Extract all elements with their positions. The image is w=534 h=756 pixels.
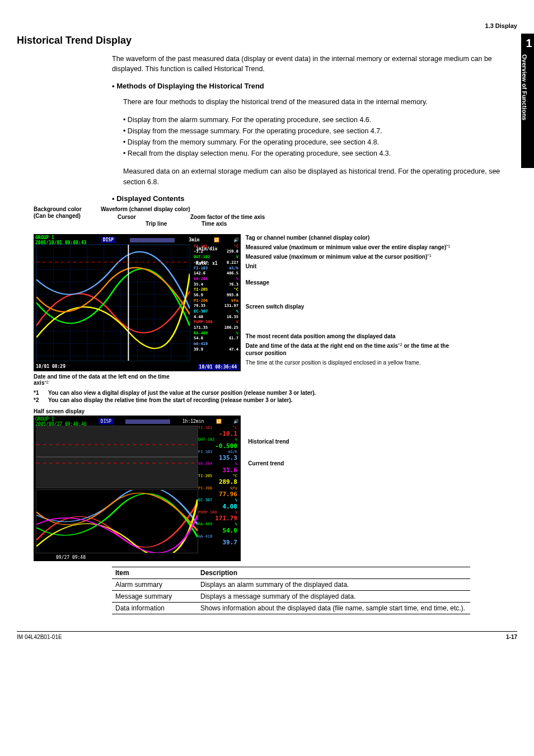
grp: GROUP 1: [35, 235, 54, 240]
progress-bar: [130, 238, 175, 242]
footnotes: *1You can also view a digital display of…: [34, 389, 517, 404]
cell: Alarm summary: [112, 578, 197, 590]
loop-icon: 🔁: [214, 237, 219, 242]
footer-right: 1-17: [506, 634, 517, 640]
list-item: Display from the message summary. For th…: [123, 125, 517, 137]
th-desc: Description: [197, 567, 470, 578]
intro-text: The waveform of the past measured data (…: [112, 54, 517, 75]
waveform-area: [36, 244, 190, 361]
list-item: Display from the alarm summary. For the …: [123, 114, 517, 125]
list-item: Recall from the display selection menu. …: [123, 148, 517, 159]
label-time-axis: Time axis: [202, 221, 227, 227]
chapter-number: 1: [521, 34, 534, 50]
info-table: Item Description Alarm summaryDisplays a…: [112, 567, 470, 614]
table-row: Alarm summaryDisplays an alarm summary o…: [112, 578, 470, 590]
diagram: Background color (Can be changed) Wavefo…: [34, 206, 517, 386]
curr-area: [36, 489, 198, 553]
methods-heading: Methods of Displaying the Historical Tre…: [112, 82, 517, 90]
cell: Shows information about the displayed da…: [197, 602, 470, 614]
co-dt-right: Date and time of the data at the right e…: [246, 342, 458, 357]
interval: 1h:12min: [182, 419, 204, 424]
page-footer: IM 04L42B01-01E 1-17: [17, 631, 517, 640]
cell: Displays an alarm summary of the display…: [197, 578, 470, 590]
fn-text: You can also view a digital display of j…: [48, 389, 316, 396]
left-time: 10/01 08:29: [36, 364, 65, 370]
list-item: Display from the memory summary. For the…: [123, 137, 517, 148]
co-mvcursor: Measured value (maximum or minimum value…: [246, 253, 458, 260]
screenshot-full: GROUP 12005/10/01 09:08:43 DISP 3min 🔁 🔊…: [34, 234, 241, 371]
section-ref: 1.3 Display: [17, 22, 517, 29]
label-trip: Trip line: [146, 221, 167, 227]
displayed-heading: Displayed Contents: [112, 194, 517, 203]
channel-panel-2: TI-101 °C-10.1OUT-102 V-0.500FI-103 m3/h…: [198, 426, 240, 559]
label-waveform: Waveform (channel display color): [101, 206, 190, 213]
fn-key: *1: [34, 389, 48, 396]
co-mvrange: Measured value (maximum or minimum value…: [246, 244, 458, 251]
hist-area: [36, 426, 198, 488]
loop-icon: 🔁: [216, 419, 222, 424]
fn-key: *2: [34, 396, 48, 404]
co-tag: Tag or channel number (channel display c…: [246, 234, 458, 241]
bottom-time: 09/27 09:48: [56, 555, 86, 560]
page-title: Historical Trend Display: [17, 35, 517, 46]
channel-panel: TI-101°C-3.2259.8OUT-102V-0.6770.227FI-1…: [193, 244, 240, 369]
co-dt-right-note: The time at the cursor position is displ…: [246, 359, 458, 366]
disp-badge: DISP: [101, 237, 116, 243]
table-row: Message summaryDisplays a message summar…: [112, 590, 470, 602]
fn-text: You can also display the relative time f…: [48, 396, 293, 404]
cell: Message summary: [112, 590, 197, 602]
footer-left: IM 04L42B01-01E: [17, 634, 62, 640]
label-bg: Background color (Can be changed): [34, 206, 95, 220]
co-dt-left: Date and time of the data at the left en…: [34, 374, 174, 386]
co-recent: The most recent data position among the …: [246, 333, 458, 340]
co-hist: Historical trend: [248, 438, 360, 445]
screenshot-half: GROUP 12005/09/27 09:48:46 DISP 1h:12min…: [34, 416, 241, 561]
half-screen-label: Half screen display: [34, 408, 517, 414]
disp-badge: DISP: [99, 418, 114, 424]
co-message: Message: [246, 279, 458, 286]
label-cursor: Cursor: [118, 214, 136, 221]
speaker-icon: 🔊: [233, 419, 239, 424]
callouts-right: Tag or channel number (channel display c…: [246, 234, 458, 368]
co-screen-switch: Screen switch display: [246, 303, 458, 310]
methods-lead: There are four methods to display the hi…: [123, 97, 517, 108]
th-item: Item: [112, 567, 197, 578]
co-unit: Unit: [246, 263, 458, 270]
chapter-title: Overview of Functions: [521, 54, 528, 161]
cell: Data information: [112, 602, 197, 614]
speaker-icon: 🔊: [233, 237, 239, 242]
right-time: 10/01 08:36:44: [198, 364, 238, 370]
chapter-tab: 1 Overview of Functions: [521, 34, 534, 168]
progress-bar: [125, 419, 170, 424]
methods-tail: Measured data on an external storage med…: [123, 166, 517, 188]
table-row: Data informationShows information about …: [112, 602, 470, 614]
co-curr: Current trend: [248, 460, 360, 467]
methods-list: Display from the alarm summary. For the …: [17, 114, 517, 159]
grp: GROUP 1: [35, 417, 54, 422]
interval: 3min: [189, 237, 199, 242]
cell: Displays a message summary of the displa…: [197, 590, 470, 602]
half-callouts: Historical trend Current trend: [248, 438, 360, 482]
label-zoom: Zoom factor of the time axis: [190, 214, 265, 221]
